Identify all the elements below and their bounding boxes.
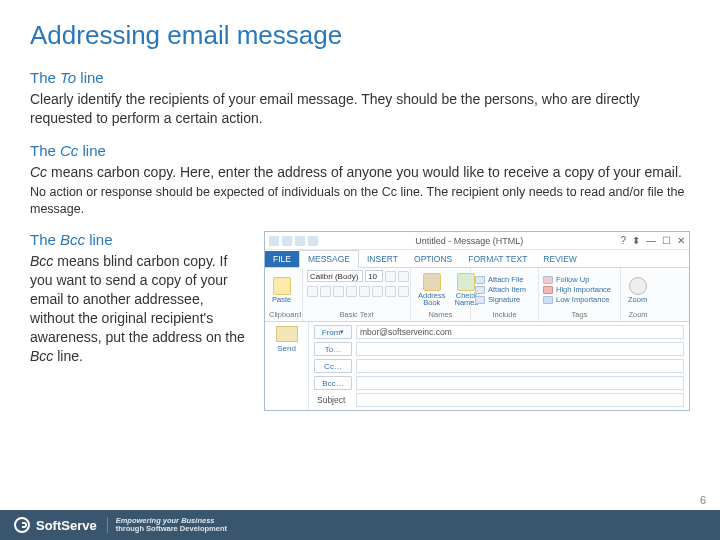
group-basic-text: Basic Text <box>307 309 406 319</box>
zoom-button[interactable]: Zoom <box>625 275 650 306</box>
close-icon[interactable]: ✕ <box>677 235 685 246</box>
chevron-down-icon: ▾ <box>340 328 344 336</box>
shrink-font-icon[interactable] <box>398 271 409 282</box>
arrow-down-icon <box>543 296 553 304</box>
qat-icon[interactable] <box>269 236 279 246</box>
subject-field[interactable] <box>356 393 684 407</box>
indent-icon[interactable] <box>398 286 409 297</box>
attach-item-icon <box>475 286 485 294</box>
bcc-heading: The Bcc line <box>30 231 250 248</box>
attach-file-label: Attach File <box>488 275 523 284</box>
font-color-icon[interactable] <box>359 286 370 297</box>
bold-icon[interactable] <box>307 286 318 297</box>
tagline: Empowering your Business through Softwar… <box>107 517 227 534</box>
compose-area: Send From ▾ mbor@softserveinc.com To… Cc… <box>265 322 689 410</box>
highlight-icon[interactable] <box>346 286 357 297</box>
subject-label: Subject <box>314 395 352 405</box>
bcc-field[interactable] <box>356 376 684 390</box>
tab-file[interactable]: FILE <box>265 251 299 267</box>
tab-insert[interactable]: INSERT <box>359 251 406 267</box>
exclamation-icon <box>543 286 553 294</box>
send-icon <box>276 326 298 342</box>
cc-field[interactable] <box>356 359 684 373</box>
to-heading: The To line <box>30 69 690 86</box>
grow-font-icon[interactable] <box>385 271 396 282</box>
to-button[interactable]: To… <box>314 342 352 356</box>
low-importance-label: Low Importance <box>556 295 609 304</box>
ribbon: Paste Clipboard Calibri (Body) 10 <box>265 268 689 322</box>
tagline-2: through Software Development <box>116 524 227 533</box>
signature-label: Signature <box>488 295 520 304</box>
undo-icon[interactable] <box>295 236 305 246</box>
to-field[interactable] <box>356 342 684 356</box>
from-button[interactable]: From ▾ <box>314 325 352 339</box>
to-heading-post: line <box>76 69 104 86</box>
group-include: Include <box>475 309 534 319</box>
minimize-icon[interactable]: — <box>646 235 656 246</box>
group-tags: Tags <box>543 309 616 319</box>
outlook-titlebar: Untitled - Message (HTML) ? ⬍ — ☐ ✕ <box>265 232 689 250</box>
bcc-heading-pre: The <box>30 231 60 248</box>
page-number: 6 <box>700 494 706 506</box>
bcc-heading-post: line <box>85 231 113 248</box>
footer: SoftServe Empowering your Business throu… <box>0 510 720 540</box>
attach-file-button[interactable]: Attach File <box>475 275 526 284</box>
to-heading-pre: The <box>30 69 60 86</box>
tab-options[interactable]: OPTIONS <box>406 251 460 267</box>
to-body: Clearly identify the recipients of your … <box>30 90 690 128</box>
attach-item-label: Attach Item <box>488 285 526 294</box>
slide-title: Addressing email message <box>30 20 690 51</box>
cc-heading-pre: The <box>30 142 60 159</box>
help-icon[interactable]: ? <box>620 235 626 246</box>
cc-body-2: No action or response should be expected… <box>30 184 690 218</box>
ribbon-tabs: FILE MESSAGE INSERT OPTIONS FORMAT TEXT … <box>265 250 689 268</box>
ribbon-options-icon[interactable]: ⬍ <box>632 235 640 246</box>
font-name-select[interactable]: Calibri (Body) <box>307 270 363 282</box>
cc-button[interactable]: Cc… <box>314 359 352 373</box>
bcc-body-mid: means blind carbon copy. If you want to … <box>30 253 245 345</box>
paste-button[interactable]: Paste <box>269 275 294 306</box>
font-size-select[interactable]: 10 <box>365 270 383 282</box>
cc-body2-pre: No action or response should be expected… <box>30 185 382 199</box>
paperclip-icon <box>475 276 485 284</box>
low-importance-button[interactable]: Low Importance <box>543 295 611 304</box>
from-button-label: From <box>322 328 341 337</box>
bcc-button[interactable]: Bcc… <box>314 376 352 390</box>
tab-review[interactable]: REVIEW <box>535 251 585 267</box>
to-heading-it: To <box>60 69 76 86</box>
cc-heading-it: Cc <box>60 142 78 159</box>
maximize-icon[interactable]: ☐ <box>662 235 671 246</box>
numbering-icon[interactable] <box>385 286 396 297</box>
cc-body2-it: Cc <box>382 185 397 199</box>
paste-label: Paste <box>272 296 291 304</box>
from-field[interactable]: mbor@softserveinc.com <box>356 325 684 339</box>
tab-message[interactable]: MESSAGE <box>299 250 359 268</box>
quick-access-toolbar <box>269 236 318 246</box>
redo-icon[interactable] <box>308 236 318 246</box>
save-icon[interactable] <box>282 236 292 246</box>
group-clipboard: Clipboard <box>269 309 298 319</box>
bcc-body-it1: Bcc <box>30 253 53 269</box>
italic-icon[interactable] <box>320 286 331 297</box>
bcc-body-end: line. <box>53 348 83 364</box>
outlook-window: Untitled - Message (HTML) ? ⬍ — ☐ ✕ FILE… <box>264 231 690 411</box>
softserve-icon <box>14 517 30 533</box>
cc-body1-text: means carbon copy. Here, enter the addre… <box>47 164 682 180</box>
group-names: Names <box>415 309 466 319</box>
brand-name: SoftServe <box>36 518 97 533</box>
bullets-icon[interactable] <box>372 286 383 297</box>
signature-icon <box>475 296 485 304</box>
bcc-heading-it: Bcc <box>60 231 85 248</box>
paste-icon <box>273 277 291 295</box>
high-importance-button[interactable]: High Importance <box>543 285 611 294</box>
follow-up-button[interactable]: Follow Up <box>543 275 611 284</box>
attach-item-button[interactable]: Attach Item <box>475 285 526 294</box>
underline-icon[interactable] <box>333 286 344 297</box>
tab-format-text[interactable]: FORMAT TEXT <box>460 251 535 267</box>
signature-button[interactable]: Signature <box>475 295 526 304</box>
bcc-body-it2: Bcc <box>30 348 53 364</box>
address-book-button[interactable]: Address Book <box>415 271 449 309</box>
cc-body1-it: Cc <box>30 164 47 180</box>
high-importance-label: High Importance <box>556 285 611 294</box>
send-button[interactable]: Send <box>277 344 296 353</box>
